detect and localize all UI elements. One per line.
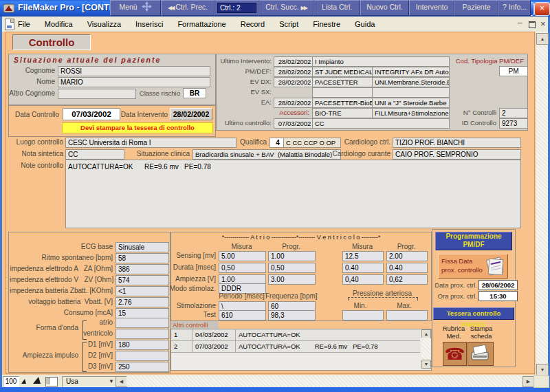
horizontal-scrollbar[interactable] xyxy=(126,375,522,386)
menu-visualizza[interactable]: Visualizza xyxy=(86,17,122,32)
test-periodo-field[interactable]: 610 xyxy=(219,310,266,320)
voltaggio-batteria-field[interactable]: 2.76 xyxy=(116,297,169,307)
menu-record[interactable]: Record xyxy=(239,17,266,32)
ev-dx-field[interactable]: PACESETTER xyxy=(312,77,375,87)
doc-close-icon[interactable]: × xyxy=(540,19,546,29)
stampa-button[interactable] xyxy=(468,342,494,366)
scroll-up-icon[interactable]: ▲ xyxy=(536,33,549,45)
programmazione-button[interactable]: Programmazione PM/DF xyxy=(435,232,512,250)
nota-sintetica-field[interactable]: CC xyxy=(65,149,124,160)
doc-minimize-icon[interactable]: – xyxy=(518,18,522,28)
ultimo-intervento-field[interactable]: I Impianto xyxy=(312,56,450,67)
durata-am-field[interactable]: 0,50 xyxy=(219,263,266,273)
ev-sx-field[interactable] xyxy=(312,87,375,98)
ultimo-controllo-field[interactable]: CC xyxy=(312,118,450,129)
sensing-vp-field[interactable]: 2.00 xyxy=(386,251,428,261)
ea-field[interactable]: PACESETTER-BioEl xyxy=(312,98,375,108)
impedenza-a-field[interactable]: 386 xyxy=(116,264,169,274)
altri-scrollbar[interactable]: ▲ ▼ xyxy=(421,329,431,369)
menu-modifica[interactable]: Modifica xyxy=(43,17,74,32)
menu-formattazione[interactable]: Formattazione xyxy=(176,17,227,32)
durata-vp-field[interactable]: 0.40 xyxy=(386,263,428,273)
pressione-max-field[interactable] xyxy=(386,310,428,320)
hscroll-left-icon[interactable]: ◀ xyxy=(116,376,127,387)
nome-field[interactable]: MARIO xyxy=(58,77,210,87)
record-counter-button[interactable]: Ctrl.: 2 xyxy=(214,0,258,16)
scroll-down-icon[interactable]: ▼ xyxy=(536,364,549,375)
hscroll-right-icon[interactable]: ▶ xyxy=(522,376,534,387)
forma-atrio-field[interactable] xyxy=(116,318,169,328)
ampiezza-vm-field[interactable]: 0,40 xyxy=(342,274,384,285)
intervento-button[interactable]: Intervento xyxy=(409,0,454,16)
next-record-button[interactable]: Ctrl. Succ. ▶▶ xyxy=(258,0,314,16)
consumo-field[interactable]: 15 xyxy=(116,308,169,318)
menu-finestre[interactable]: Finestre xyxy=(311,17,342,32)
ora-prox-field[interactable]: 15:30 xyxy=(478,291,518,301)
durata-vm-field[interactable]: 0.40 xyxy=(342,263,384,273)
zoom-level-box[interactable]: 100 xyxy=(3,376,19,387)
ampiezza-vp-field[interactable]: 0,62 xyxy=(386,274,428,285)
pm-def-date[interactable]: 28/02/2002 xyxy=(274,67,316,77)
note-controllo-field[interactable]: AUTOCATTURA=OK RE=9.6 mv PE=0.78 xyxy=(65,160,521,228)
status-area-toggle-icon[interactable] xyxy=(45,377,58,386)
pressione-min-field[interactable] xyxy=(342,310,384,320)
n-controlli-field[interactable]: 2 xyxy=(499,108,528,118)
info-button[interactable]: ? Info... xyxy=(498,0,531,16)
data-controllo-field[interactable]: 07/03/2002 xyxy=(63,108,120,120)
ea-date[interactable]: 28/02/2002 xyxy=(274,98,316,108)
menu-file[interactable]: File xyxy=(16,17,32,32)
prev-record-button[interactable]: ◀◀ Ctrl. Prec. xyxy=(161,0,214,16)
id-controllo-field[interactable]: 9273 xyxy=(499,118,528,129)
altro-cognome-field[interactable] xyxy=(58,89,136,99)
cardiologo-curante-field[interactable]: CAIO PROF. SEMPRONIO xyxy=(393,149,521,160)
impedenza-v-field[interactable]: 574 xyxy=(116,275,169,285)
accessori-model-field[interactable]: FILI.Misura+Stimolazione+Te xyxy=(372,108,450,118)
d1-field[interactable]: 180 xyxy=(116,340,169,350)
pm-def-model-field[interactable]: INTEGRITY AFx DR AutocV xyxy=(372,67,450,77)
mode-selector[interactable]: Usa ▼ xyxy=(62,376,118,387)
close-button[interactable]: × xyxy=(534,2,550,16)
durata-ap-field[interactable]: 0,50 xyxy=(268,263,316,273)
cognome-field[interactable]: ROSSI xyxy=(58,66,210,76)
pm-def-field[interactable]: ST JUDE MEDICAL xyxy=(312,67,375,77)
accessori-field[interactable]: BIO-TRE xyxy=(312,108,375,118)
zoom-in-icon[interactable] xyxy=(33,377,41,384)
d3-field[interactable]: 250 xyxy=(116,362,169,372)
document-icon[interactable] xyxy=(5,19,14,30)
vertical-scrollbar[interactable] xyxy=(536,32,548,375)
menu-inserisci[interactable]: Inserisci xyxy=(134,17,164,32)
doc-restore-icon[interactable] xyxy=(529,21,536,28)
sensing-vm-field[interactable]: 12.5 xyxy=(342,251,384,261)
luogo-controllo-field[interactable]: CESC Universita di Roma I xyxy=(65,138,236,148)
menu-button[interactable]: Menù xyxy=(110,0,161,16)
data-prox-field[interactable]: 28/06/2002 xyxy=(478,280,518,290)
list-records-button[interactable]: Lista Ctrl. xyxy=(314,0,360,16)
test-freq-field[interactable]: 98,3 xyxy=(268,310,316,320)
altri-scroll-down-icon[interactable]: ▼ xyxy=(421,360,431,369)
ev-sx-model-field[interactable] xyxy=(372,87,450,98)
altri-controlli-list[interactable]: 1 04/03/2002 AUTOCATTURA=OK 2 07/03/2002… xyxy=(170,329,432,371)
ea-model-field[interactable]: UNI a "J" Steroide.Barbe xyxy=(372,98,450,108)
sensing-am-field[interactable]: 5.00 xyxy=(219,251,266,261)
zoom-out-icon[interactable] xyxy=(21,379,26,384)
impedenza-batteria-field[interactable]: <1 xyxy=(116,286,169,296)
classe-rischio-field[interactable]: BR xyxy=(183,88,206,98)
cardiologo-ctrl-field[interactable]: TIZIO PROF. BIANCHI xyxy=(393,138,521,148)
fissa-data-button[interactable]: Fissa Data prox. controllo xyxy=(438,254,508,279)
ultimo-controllo-date[interactable]: 07/03/2002 xyxy=(274,118,316,129)
menu-script[interactable]: Script xyxy=(278,17,300,32)
record-counter[interactable]: Ctrl.: 2 xyxy=(217,3,256,13)
ampiezza-ap-field[interactable]: 3.00 xyxy=(268,274,316,285)
menu-guida[interactable]: Guida xyxy=(353,17,376,32)
situazione-clinica-field[interactable]: Bradicardia sinusale + BAV (Malattia Bin… xyxy=(192,149,341,160)
new-record-button[interactable]: Nuovo Ctrl. xyxy=(360,0,409,16)
ultimo-intervento-date[interactable]: 28/02/2002 xyxy=(274,56,316,67)
forma-ventricolo-field[interactable] xyxy=(116,329,169,339)
cod-tipologia-field[interactable]: PM xyxy=(499,66,528,76)
sensing-ap-field[interactable]: 1.00 xyxy=(268,251,316,261)
tessera-button[interactable]: Tessera controllo PM/DEF xyxy=(433,307,514,320)
ev-dx-model-field[interactable]: UNI.Membrane.Steroide.Bar xyxy=(372,77,450,87)
paziente-button[interactable]: Paziente xyxy=(454,0,498,16)
ecg-base-field[interactable]: Sinusale xyxy=(116,242,169,252)
ritmo-spontaneo-field[interactable]: 58 xyxy=(116,253,169,263)
